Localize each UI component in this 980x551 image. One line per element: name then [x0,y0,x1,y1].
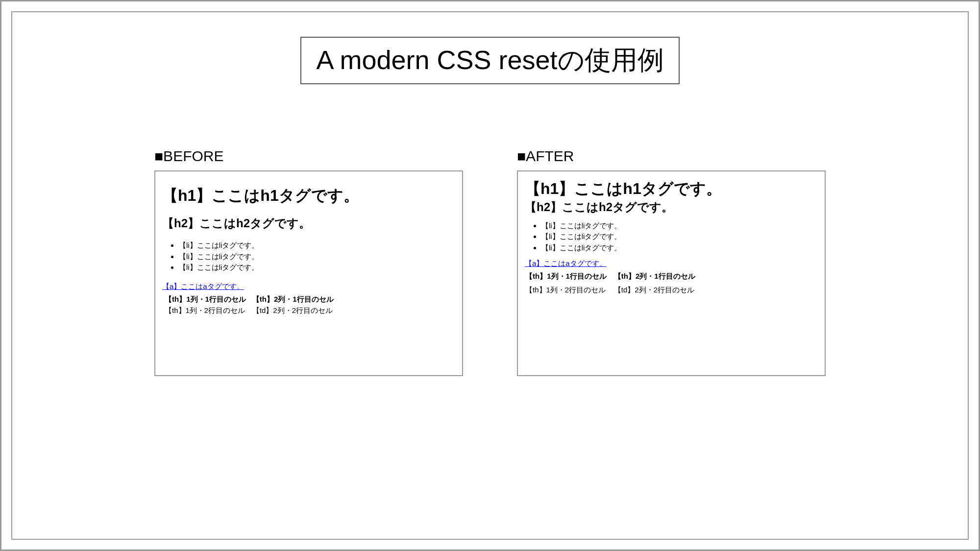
table-cell: 【td】2列・2行目のセル [613,283,702,297]
table-cell: 【th】1列・2行目のセル [525,283,613,297]
table-row: 【th】1列・2行目のセル 【td】2列・2行目のセル [525,283,702,297]
list-item: 【li】ここはliタグです。 [541,242,818,254]
table-row: 【th】1列・1行目のセル 【th】2列・1行目のセル [164,294,338,305]
table-header-cell: 【th】1列・1行目のセル [525,269,613,283]
before-table: 【th】1列・1行目のセル 【th】2列・1行目のセル 【th】1列・2行目のセ… [162,293,340,317]
before-column: ■BEFORE 【h1】ここはh1タグです。 【h2】ここはh2タグです。 【l… [154,148,463,376]
before-link[interactable]: 【a】ここはaタグです。 [162,282,244,291]
table-cell: 【th】1列・2行目のセル [164,306,250,316]
after-table: 【th】1列・1行目のセル 【th】2列・1行目のセル 【th】1列・2行目のセ… [525,269,702,296]
list-item: 【li】ここはliタグです。 [541,220,818,232]
list-item: 【li】ここはliタグです。 [179,262,455,273]
after-list: 【li】ここはliタグです。 【li】ここはliタグです。 【li】ここはliタ… [525,220,818,254]
table-header-cell: 【th】1列・1行目のセル [164,294,250,305]
before-panel: 【h1】ここはh1タグです。 【h2】ここはh2タグです。 【li】ここはliタ… [154,170,463,376]
outer-frame: A modern CSS resetの使用例 ■BEFORE 【h1】ここはh1… [0,0,980,551]
inner-frame: A modern CSS resetの使用例 ■BEFORE 【h1】ここはh1… [11,11,969,540]
table-header-cell: 【th】2列・1行目のセル [252,294,338,305]
columns-container: ■BEFORE 【h1】ここはh1タグです。 【h2】ここはh2タグです。 【l… [51,148,929,376]
after-column: ■AFTER 【h1】ここはh1タグです。 【h2】ここはh2タグです。 【li… [517,148,826,376]
table-row: 【th】1列・2行目のセル 【td】2列・2行目のセル [164,306,338,316]
table-row: 【th】1列・1行目のセル 【th】2列・1行目のセル [525,269,702,283]
before-list: 【li】ここはliタグです。 【li】ここはliタグです。 【li】ここはliタ… [162,240,455,273]
list-item: 【li】ここはliタグです。 [179,240,455,251]
list-item: 【li】ここはliタグです。 [179,251,455,263]
after-link[interactable]: 【a】ここはaタグです。 [525,259,607,268]
after-h2: 【h2】ここはh2タグです。 [525,199,818,215]
before-h1: 【h1】ここはh1タグです。 [162,185,455,207]
table-cell: 【td】2列・2行目のセル [252,306,338,316]
after-h1: 【h1】ここはh1タグです。 [525,178,818,199]
after-panel: 【h1】ここはh1タグです。 【h2】ここはh2タグです。 【li】ここはliタ… [517,170,826,376]
table-header-cell: 【th】2列・1行目のセル [613,269,702,283]
before-label: ■BEFORE [154,148,463,165]
list-item: 【li】ここはliタグです。 [541,231,818,242]
page-title: A modern CSS resetの使用例 [300,37,679,84]
before-h2: 【h2】ここはh2タグです。 [162,216,455,231]
after-label: ■AFTER [517,148,826,165]
